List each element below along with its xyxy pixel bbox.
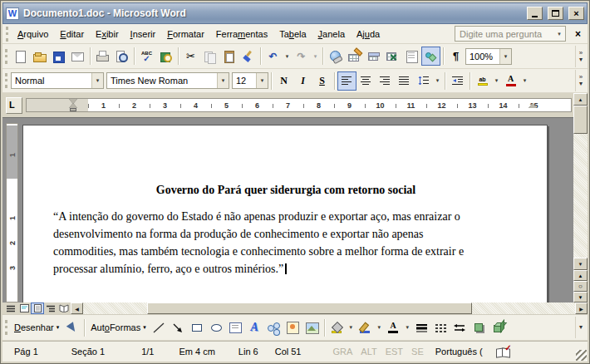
status-mode-est[interactable]: EST [386, 347, 403, 357]
scroll-up-button[interactable]: ▲ [573, 93, 588, 106]
horizontal-scroll-thumb[interactable] [147, 303, 472, 314]
toolbar-grip[interactable] [5, 320, 7, 335]
cut-button[interactable]: ✂ [181, 47, 200, 66]
draw-font-color-dropdown[interactable]: ▾ [403, 318, 412, 337]
minimize-button[interactable] [527, 7, 543, 20]
line-button[interactable] [150, 318, 169, 337]
close-button[interactable]: × [568, 7, 584, 20]
chevron-down-icon[interactable]: ▾ [91, 73, 103, 88]
document-page[interactable]: Governo do Pará quer siderurgia com reto… [22, 125, 548, 303]
font-size-combo[interactable]: 12▾ [232, 72, 268, 89]
resize-grip[interactable] [576, 350, 587, 361]
font-combo[interactable]: Times New Roman▾ [106, 72, 229, 89]
draw-font-color-button[interactable]: A [384, 318, 403, 337]
select-objects-button[interactable] [62, 318, 81, 337]
horizontal-scroll-track[interactable] [83, 303, 575, 314]
arrow-style-button[interactable] [450, 318, 470, 337]
redo-button[interactable]: ↷ [292, 47, 311, 66]
right-indent-marker[interactable] [529, 103, 537, 108]
highlight-button[interactable]: ab [473, 71, 492, 91]
status-mode-se[interactable]: SE [411, 347, 424, 357]
increase-indent-button[interactable] [448, 71, 467, 91]
vertical-ruler[interactable]: 1 1 2 3 [6, 123, 18, 303]
research-button[interactable] [156, 47, 175, 66]
insert-excel-button[interactable] [383, 47, 402, 66]
spelling-button[interactable]: ABC✓ [137, 47, 156, 66]
paste-button[interactable] [219, 47, 238, 66]
font-color-dropdown[interactable]: ▾ [520, 71, 529, 91]
tab-selector-button[interactable]: L [6, 97, 22, 114]
columns-button[interactable] [402, 47, 421, 66]
toolbar-grip[interactable] [6, 27, 8, 42]
italic-button[interactable]: I [293, 71, 312, 91]
print-preview-button[interactable] [112, 47, 131, 66]
align-right-button[interactable] [376, 71, 395, 91]
spelling-status-book-icon[interactable]: ✓ [496, 347, 510, 357]
new-document-button[interactable] [11, 47, 30, 66]
arrow-button[interactable] [169, 318, 188, 337]
line-color-button[interactable] [356, 318, 375, 337]
zoom-combo[interactable]: 100%▾ [465, 48, 512, 65]
fill-color-dropdown[interactable]: ▾ [347, 318, 356, 337]
justify-button[interactable] [395, 71, 414, 91]
toolbar-options-button[interactable]: ▾ [575, 317, 586, 338]
wordart-button[interactable]: A [245, 318, 264, 337]
chevron-down-icon[interactable]: ▾ [553, 27, 565, 41]
toolbar-grip[interactable] [5, 49, 7, 64]
vertical-scroll-thumb[interactable] [573, 106, 588, 134]
menu-item-exibir[interactable]: Exibir [90, 27, 125, 42]
web-layout-view-button[interactable] [17, 303, 31, 314]
next-page-button[interactable]: ▼ [573, 292, 588, 303]
oval-button[interactable] [207, 318, 226, 337]
maximize-button[interactable] [548, 7, 563, 20]
document-close-button[interactable]: × [571, 27, 585, 42]
align-center-button[interactable] [356, 71, 376, 91]
menu-item-ferramentas[interactable]: Ferramentas [210, 27, 273, 42]
menu-item-inserir[interactable]: Inserir [125, 27, 162, 42]
status-mode-gra[interactable]: GRA [332, 347, 352, 357]
scroll-down-button[interactable]: ▼ [573, 258, 588, 270]
line-spacing-button[interactable] [414, 71, 433, 91]
line-color-dropdown[interactable]: ▾ [375, 318, 384, 337]
ask-question-box[interactable]: Digite uma pergunta▾ [455, 26, 566, 42]
drawing-toggle-button[interactable] [421, 47, 440, 66]
clip-art-button[interactable] [283, 318, 302, 337]
draw-menu-button[interactable]: Desenhar▾ [11, 320, 62, 335]
toolbar-options-button[interactable]: »▾ [575, 70, 586, 91]
scroll-left-button[interactable]: ◀ [71, 303, 83, 314]
status-language[interactable]: Português ( [435, 347, 483, 357]
shadow-style-button[interactable] [470, 318, 489, 337]
toolbar-options-button[interactable]: »▾ [575, 46, 586, 67]
3d-style-button[interactable] [489, 318, 508, 337]
bold-button[interactable]: N [274, 71, 293, 91]
save-button[interactable] [49, 47, 68, 66]
copy-button[interactable] [200, 47, 219, 66]
reading-layout-view-button[interactable] [57, 303, 71, 314]
undo-dropdown[interactable]: ▾ [283, 47, 292, 66]
horizontal-ruler[interactable]: 1 2 3 4 5 6 7 8 9 10 11 12 13 14 15 [26, 98, 572, 112]
fill-color-button[interactable] [327, 318, 347, 337]
chevron-down-icon[interactable]: ▾ [217, 73, 229, 88]
vertical-scroll-track[interactable] [573, 134, 588, 258]
menu-item-editar[interactable]: Editar [54, 27, 90, 42]
print-layout-view-button[interactable] [31, 303, 44, 314]
menu-item-arquivo[interactable]: Arquivo [12, 27, 54, 42]
left-indent-marker[interactable] [70, 108, 76, 111]
underline-button[interactable]: S [312, 71, 332, 91]
outline-view-button[interactable] [44, 303, 57, 314]
tables-borders-button[interactable] [345, 47, 364, 66]
autoshapes-menu-button[interactable]: AutoFormas▾ [87, 320, 149, 335]
line-spacing-dropdown[interactable]: ▾ [433, 71, 442, 91]
line-style-button[interactable] [412, 318, 431, 337]
show-hide-paragraph-button[interactable]: ¶ [446, 47, 465, 66]
menu-item-formatar[interactable]: Formatar [161, 27, 210, 42]
select-browse-object-button[interactable]: ○ [573, 281, 588, 292]
align-left-button[interactable] [337, 71, 356, 91]
chevron-down-icon[interactable]: ▾ [499, 49, 511, 64]
open-button[interactable] [30, 47, 49, 66]
previous-page-button[interactable]: ▲ [573, 270, 588, 281]
text-box-button[interactable] [226, 318, 245, 337]
scroll-right-button[interactable]: ▶ [575, 303, 588, 314]
toolbar-grip[interactable] [5, 73, 7, 88]
dash-style-button[interactable] [431, 318, 450, 337]
